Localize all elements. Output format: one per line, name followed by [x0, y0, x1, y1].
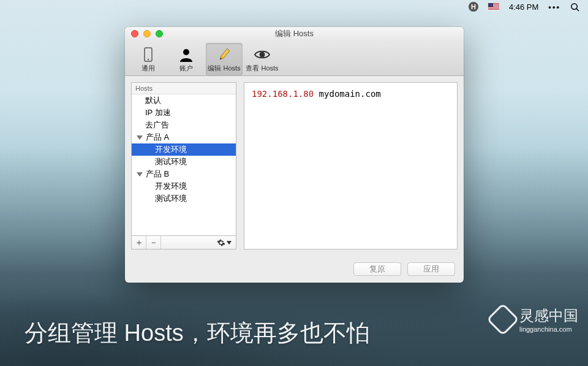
watermark: 灵感中国 lingganchina.com — [491, 306, 578, 333]
tree-item-label: 去广告 — [145, 120, 169, 131]
ip-token: 192.168.1.80 — [252, 89, 314, 99]
minimize-button[interactable] — [143, 30, 151, 37]
watermark-en: lingganchina.com — [519, 326, 578, 333]
tab-label: 账户 — [179, 64, 193, 73]
tree-item-label: 开发环境 — [155, 144, 187, 155]
toolbar: 通用 账户 编辑 Hosts 查看 Hosts — [125, 40, 464, 76]
watermark-cn: 灵感中国 — [519, 307, 578, 324]
add-button[interactable]: ＋ — [132, 236, 146, 249]
apply-button[interactable]: 应用 — [407, 262, 455, 276]
tree-item-label: IP 加速 — [145, 107, 171, 118]
svg-point-0 — [571, 3, 577, 9]
titlebar: 编辑 Hosts — [125, 27, 464, 40]
hosts-editor[interactable]: 192.168.1.80 mydomain.com — [244, 82, 458, 250]
tree-item-label: 默认 — [145, 95, 161, 106]
tab-label: 查看 Hosts — [246, 64, 278, 73]
preferences-window: 编辑 Hosts 通用 账户 编辑 Hosts 查看 Hosts — [125, 27, 464, 283]
input-source-flag-icon[interactable] — [488, 3, 499, 10]
host-token: mydomain.com — [319, 89, 381, 99]
tab-label: 编辑 Hosts — [208, 64, 240, 73]
tree-item-label: 产品 A — [146, 132, 169, 143]
close-button[interactable] — [131, 30, 138, 37]
tree-item[interactable]: 测试环境 — [132, 193, 236, 205]
disclosure-triangle-icon[interactable] — [137, 135, 143, 140]
tree-item[interactable]: IP 加速 — [132, 107, 236, 119]
hosts-sidebar: Hosts 默认IP 加速去广告产品 A开发环境测试环境产品 B开发环境测试环境… — [131, 82, 236, 250]
gear-icon — [217, 238, 225, 247]
svg-point-5 — [260, 52, 265, 58]
tree-item[interactable]: 去广告 — [132, 119, 236, 131]
chevron-down-icon — [227, 241, 232, 245]
tree-item-label: 产品 B — [146, 169, 169, 180]
tree-group[interactable]: 产品 B — [132, 168, 236, 180]
window-footer: 复原 应用 — [125, 256, 464, 283]
tab-view-hosts[interactable]: 查看 Hosts — [244, 43, 281, 75]
revert-button[interactable]: 复原 — [353, 262, 401, 276]
tree-item-label: 测试环境 — [155, 193, 187, 204]
app-status-icon[interactable]: H — [469, 2, 478, 12]
general-icon — [142, 47, 154, 63]
svg-point-3 — [148, 59, 149, 60]
svg-point-4 — [183, 49, 189, 55]
overflow-icon[interactable]: ••• — [548, 2, 560, 12]
actions-menu[interactable] — [213, 238, 236, 247]
tab-general[interactable]: 通用 — [130, 43, 167, 75]
tab-account[interactable]: 账户 — [168, 43, 205, 75]
sidebar-header: Hosts — [132, 83, 236, 94]
remove-button[interactable]: － — [146, 236, 161, 249]
clock: 4:46 PM — [509, 2, 538, 12]
hosts-tree[interactable]: 默认IP 加速去广告产品 A开发环境测试环境产品 B开发环境测试环境 — [132, 94, 236, 235]
tree-item-label: 测试环境 — [155, 156, 187, 167]
sidebar-footer: ＋ － — [132, 235, 236, 249]
tree-item[interactable]: 开发环境 — [132, 180, 236, 193]
pencil-icon — [217, 47, 231, 63]
zoom-button[interactable] — [156, 30, 163, 37]
account-icon — [179, 47, 194, 63]
tab-label: 通用 — [141, 64, 155, 73]
tree-item-label: 开发环境 — [155, 181, 187, 192]
tree-item[interactable]: 默认 — [132, 94, 236, 107]
tree-item[interactable]: 开发环境 — [132, 143, 236, 156]
tab-edit-hosts[interactable]: 编辑 Hosts — [206, 43, 243, 75]
tree-group[interactable]: 产品 A — [132, 131, 236, 143]
eye-icon — [254, 47, 271, 63]
spotlight-icon[interactable] — [570, 2, 579, 12]
tree-item[interactable]: 测试环境 — [132, 156, 236, 168]
svg-line-1 — [576, 9, 579, 11]
disclosure-triangle-icon[interactable] — [137, 172, 143, 177]
watermark-logo-icon — [486, 303, 519, 336]
window-title: 编辑 Hosts — [125, 28, 464, 39]
menubar: H 4:46 PM ••• — [460, 0, 588, 13]
caption: 分组管理 Hosts，环境再多也不怕 — [24, 318, 370, 349]
